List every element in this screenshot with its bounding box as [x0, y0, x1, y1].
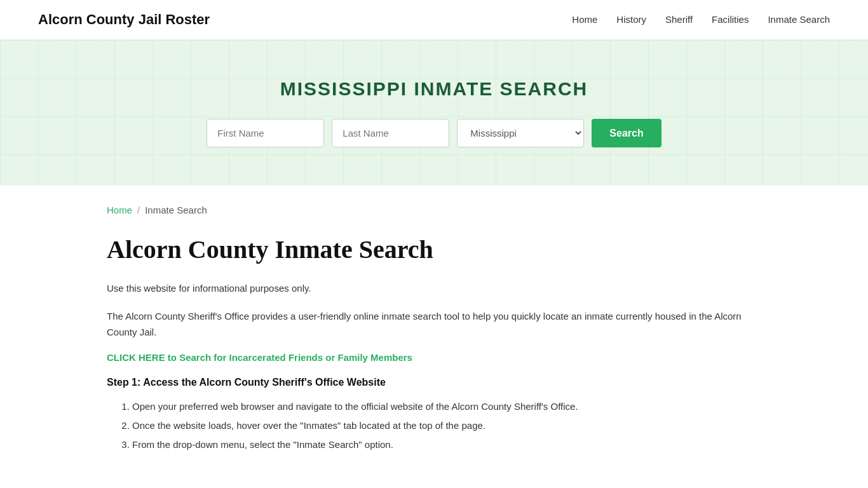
main-nav: Home History Sheriff Facilities Inmate S…: [572, 14, 830, 25]
list-item: Open your preferred web browser and navi…: [132, 397, 761, 416]
step1-list: Open your preferred web browser and navi…: [132, 397, 761, 454]
search-button[interactable]: Search: [592, 119, 661, 147]
list-item: From the drop-down menu, select the "Inm…: [132, 435, 761, 454]
page-title: Alcorn County Inmate Search: [107, 234, 761, 264]
list-item: Once the website loads, hover over the "…: [132, 416, 761, 435]
nav-list: Home History Sheriff Facilities Inmate S…: [572, 14, 830, 25]
intro-paragraph-2: The Alcorn County Sheriff's Office provi…: [107, 308, 761, 341]
breadcrumb-home[interactable]: Home: [107, 205, 132, 215]
nav-item-sheriff[interactable]: Sheriff: [665, 14, 693, 25]
breadcrumb: Home / Inmate Search: [107, 205, 761, 215]
intro-paragraph-1: Use this website for informational purpo…: [107, 280, 761, 297]
search-form: Mississippi Search: [13, 119, 855, 147]
nav-link-home[interactable]: Home: [572, 14, 597, 25]
breadcrumb-current: Inmate Search: [145, 205, 207, 215]
site-header: Alcorn County Jail Roster Home History S…: [0, 0, 868, 40]
nav-link-facilities[interactable]: Facilities: [712, 14, 749, 25]
nav-link-inmate-search[interactable]: Inmate Search: [768, 14, 830, 25]
hero-title: MISSISSIPPI INMATE SEARCH: [13, 78, 855, 100]
cta-link[interactable]: CLICK HERE to Search for Incarcerated Fr…: [107, 352, 412, 363]
nav-item-inmate-search[interactable]: Inmate Search: [768, 14, 830, 25]
last-name-input[interactable]: [332, 119, 449, 147]
nav-item-facilities[interactable]: Facilities: [712, 14, 749, 25]
main-content: Home / Inmate Search Alcorn County Inmat…: [69, 186, 799, 488]
site-title: Alcorn County Jail Roster: [38, 11, 210, 28]
nav-link-history[interactable]: History: [616, 14, 646, 25]
first-name-input[interactable]: [207, 119, 324, 147]
nav-item-home[interactable]: Home: [572, 14, 597, 25]
breadcrumb-separator: /: [137, 205, 140, 215]
nav-link-sheriff[interactable]: Sheriff: [665, 14, 693, 25]
nav-item-history[interactable]: History: [616, 14, 646, 25]
state-select[interactable]: Mississippi: [457, 119, 584, 147]
step1-heading: Step 1: Access the Alcorn County Sheriff…: [107, 377, 761, 388]
hero-section: MISSISSIPPI INMATE SEARCH Mississippi Se…: [0, 40, 868, 186]
